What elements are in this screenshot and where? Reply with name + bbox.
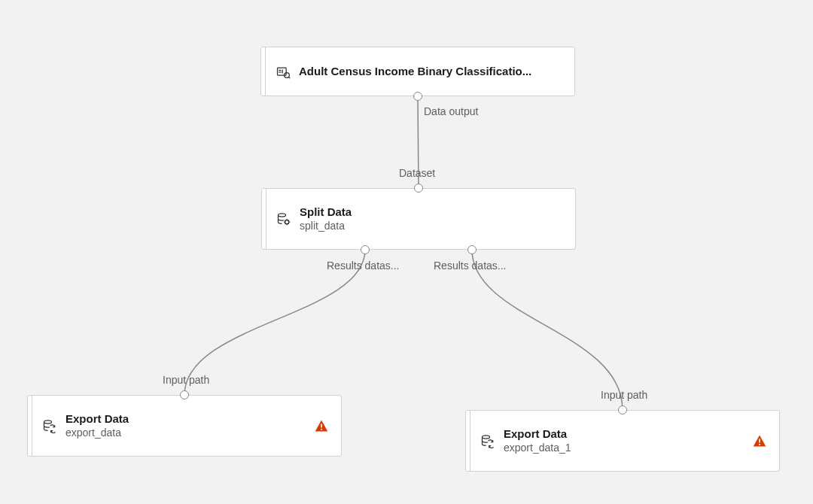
edge-split-to-export-right bbox=[472, 250, 623, 410]
svg-rect-5 bbox=[321, 424, 322, 428]
svg-rect-6 bbox=[321, 429, 322, 430]
data-refresh-icon bbox=[41, 417, 58, 434]
svg-rect-8 bbox=[759, 439, 760, 443]
node-title: Split Data bbox=[300, 205, 563, 220]
port-dataset-output[interactable] bbox=[413, 92, 422, 101]
port-label-export-left-input: Input path bbox=[163, 374, 209, 386]
port-export-right-input[interactable] bbox=[618, 405, 627, 414]
node-split-data[interactable]: Split Data split_data bbox=[261, 188, 576, 250]
data-refresh-icon bbox=[480, 433, 496, 449]
svg-point-4 bbox=[44, 421, 52, 424]
edge-split-to-export-left bbox=[184, 250, 365, 395]
node-export-data-left[interactable]: Export Data export_data bbox=[27, 395, 342, 457]
node-subtitle: split_data bbox=[300, 220, 563, 233]
node-title: Adult Census Income Binary Classificatio… bbox=[299, 65, 562, 79]
node-body: Split Data split_data bbox=[266, 189, 575, 249]
warning-icon bbox=[314, 418, 329, 433]
node-subtitle: export_data bbox=[65, 427, 306, 440]
node-export-data-right[interactable]: Export Data export_data_1 bbox=[465, 410, 780, 472]
data-cog-icon bbox=[276, 211, 292, 227]
port-label-export-right-input: Input path bbox=[601, 389, 647, 401]
port-label-split-input: Dataset bbox=[399, 167, 435, 179]
port-label-dataset-output: Data output bbox=[424, 105, 478, 117]
edge-dataset-to-split bbox=[418, 96, 419, 188]
warning-icon bbox=[752, 433, 767, 448]
port-label-split-output-right: Results datas... bbox=[434, 260, 507, 272]
port-split-output-left[interactable] bbox=[361, 245, 370, 254]
port-split-output-right[interactable] bbox=[467, 245, 477, 254]
node-dataset[interactable]: Adult Census Income Binary Classificatio… bbox=[260, 47, 575, 96]
port-export-left-input[interactable] bbox=[180, 390, 189, 399]
svg-point-7 bbox=[483, 436, 490, 439]
dataset-icon bbox=[275, 63, 291, 80]
node-body: Export Data export_data_1 bbox=[470, 411, 779, 471]
node-title: Export Data bbox=[504, 427, 744, 442]
node-title: Export Data bbox=[65, 412, 306, 427]
port-split-input[interactable] bbox=[414, 184, 423, 193]
node-body: Adult Census Income Binary Classificatio… bbox=[266, 47, 574, 96]
svg-point-2 bbox=[279, 214, 286, 217]
svg-rect-9 bbox=[759, 444, 760, 445]
node-body: Export Data export_data bbox=[32, 396, 341, 456]
node-subtitle: export_data_1 bbox=[504, 442, 744, 455]
port-label-split-output-left: Results datas... bbox=[327, 260, 400, 272]
